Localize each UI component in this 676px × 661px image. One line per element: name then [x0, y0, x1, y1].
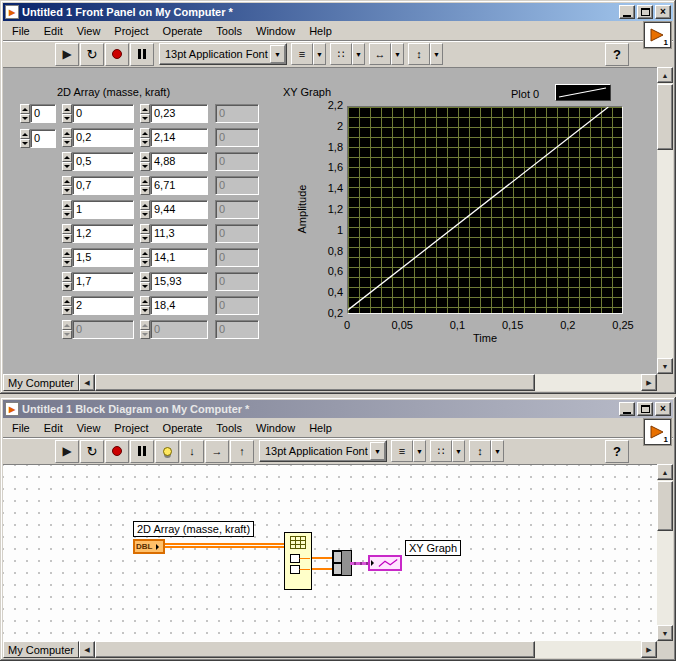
menu-window[interactable]: Window	[249, 23, 302, 39]
scroll-down-button[interactable]: ▼	[657, 358, 673, 374]
font-selector[interactable]: 13pt Application Font ▼	[159, 43, 287, 65]
target-tab[interactable]: My Computer	[3, 641, 79, 658]
menu-help[interactable]: Help	[302, 420, 339, 436]
array-label[interactable]: 2D Array (masse, kraft)	[57, 86, 170, 98]
bundle-node[interactable]	[332, 550, 352, 576]
menu-help[interactable]: Help	[302, 23, 339, 39]
menu-operate[interactable]: Operate	[156, 23, 210, 39]
reorder-dropdown[interactable]: ↕▼	[469, 440, 504, 462]
menu-edit[interactable]: Edit	[37, 23, 70, 39]
menu-project[interactable]: Project	[107, 23, 155, 39]
array-cell[interactable]: 0,7	[72, 176, 134, 195]
scroll-up-button[interactable]: ▲	[657, 67, 673, 83]
numeric-spinner[interactable]	[140, 272, 150, 291]
step-out-button[interactable]: ↑	[230, 440, 254, 463]
reorder-dropdown[interactable]: ↕▼	[408, 43, 443, 65]
vertical-scrollbar[interactable]: ▲ ▼	[657, 464, 673, 641]
step-over-button[interactable]: →	[205, 440, 229, 463]
numeric-spinner[interactable]	[62, 200, 72, 219]
run-continuous-button[interactable]: ↻	[80, 43, 104, 66]
legend-line-sample[interactable]	[555, 84, 611, 101]
maximize-button[interactable]	[637, 5, 653, 19]
numeric-spinner[interactable]	[140, 104, 150, 123]
front-panel-titlebar[interactable]: ▶ Untitled 1 Front Panel on My Computer …	[3, 3, 673, 21]
array-cell[interactable]: 0,5	[72, 152, 134, 171]
legend-entry[interactable]: Plot 0	[511, 88, 539, 100]
font-selector[interactable]: 13pt Application Font ▼	[259, 440, 387, 462]
block-diagram-titlebar[interactable]: ▶ Untitled 1 Block Diagram on My Compute…	[3, 400, 673, 418]
menu-view[interactable]: View	[70, 420, 108, 436]
array-cell[interactable]: 0	[72, 104, 134, 123]
run-button[interactable]: ▶	[55, 43, 79, 66]
array-cell[interactable]: 9,44	[150, 200, 208, 219]
chevron-down-icon[interactable]: ▼	[352, 43, 365, 65]
menu-project[interactable]: Project	[107, 420, 155, 436]
close-button[interactable]: ×	[655, 402, 671, 416]
pause-button[interactable]	[130, 440, 154, 463]
horizontal-scrollbar[interactable]	[95, 641, 641, 658]
numeric-spinner[interactable]	[62, 152, 72, 171]
array-terminal-label[interactable]: 2D Array (masse, kraft)	[133, 521, 254, 537]
scroll-left-button[interactable]: ◀	[79, 641, 95, 658]
help-button[interactable]: ?	[605, 43, 629, 66]
array-cell[interactable]: 1,5	[72, 248, 134, 267]
numeric-spinner[interactable]	[62, 104, 72, 123]
array-cell[interactable]: 6,71	[150, 176, 208, 195]
numeric-spinner[interactable]	[62, 224, 72, 243]
chevron-down-icon[interactable]: ▼	[413, 440, 426, 462]
array-cell[interactable]: 14,1	[150, 248, 208, 267]
distribute-objects-dropdown[interactable]: ∷▼	[330, 43, 365, 65]
scroll-left-button[interactable]: ◀	[79, 374, 95, 391]
numeric-spinner[interactable]	[62, 296, 72, 315]
numeric-spinner[interactable]	[140, 296, 150, 315]
target-tab[interactable]: My Computer	[3, 374, 79, 391]
array-cell[interactable]: 2	[72, 296, 134, 315]
menu-edit[interactable]: Edit	[37, 420, 70, 436]
array-cell[interactable]: 18,4	[150, 296, 208, 315]
array-cell[interactable]: 15,93	[150, 272, 208, 291]
help-button[interactable]: ?	[605, 440, 629, 463]
chevron-down-icon[interactable]: ▼	[313, 43, 326, 65]
abort-button[interactable]	[105, 440, 129, 463]
close-button[interactable]: ×	[655, 5, 671, 19]
scrollbar-thumb[interactable]	[657, 481, 673, 531]
array-cell[interactable]: 0,2	[72, 128, 134, 147]
numeric-spinner[interactable]	[62, 176, 72, 195]
array-wire[interactable]	[165, 543, 288, 548]
scroll-right-button[interactable]: ▶	[641, 374, 657, 391]
highlight-execution-button[interactable]	[155, 440, 179, 463]
scroll-right-button[interactable]: ▶	[641, 641, 657, 658]
array-cell[interactable]: 1,7	[72, 272, 134, 291]
horizontal-scrollbar[interactable]	[95, 374, 641, 391]
chevron-down-icon[interactable]: ▼	[370, 442, 385, 460]
align-objects-dropdown[interactable]: ≡▼	[291, 43, 326, 65]
scrollbar-thumb[interactable]	[95, 374, 535, 391]
vertical-scrollbar[interactable]: ▲ ▼	[657, 67, 673, 374]
chevron-down-icon[interactable]: ▼	[270, 45, 285, 63]
numeric-spinner[interactable]	[140, 176, 150, 195]
scroll-up-button[interactable]: ▲	[657, 464, 673, 480]
abort-button[interactable]	[105, 43, 129, 66]
scroll-down-button[interactable]: ▼	[657, 625, 673, 641]
run-continuous-button[interactable]: ↻	[80, 440, 104, 463]
numeric-spinner[interactable]	[62, 248, 72, 267]
array-cell[interactable]: 1	[72, 200, 134, 219]
step-into-button[interactable]: ↓	[180, 440, 204, 463]
align-objects-dropdown[interactable]: ≡▼	[391, 440, 426, 462]
scrollbar-thumb[interactable]	[95, 641, 535, 658]
menu-window[interactable]: Window	[249, 420, 302, 436]
xy-graph-terminal-label[interactable]: XY Graph	[405, 540, 461, 556]
numeric-spinner[interactable]	[140, 152, 150, 171]
index-array-node[interactable]	[284, 532, 312, 592]
chevron-down-icon[interactable]: ▼	[491, 440, 504, 462]
maximize-button[interactable]	[637, 402, 653, 416]
array-cell[interactable]: 2,14	[150, 128, 208, 147]
cluster-wire[interactable]	[350, 562, 369, 565]
resize-objects-dropdown[interactable]: ↔▼	[369, 43, 404, 65]
distribute-objects-dropdown[interactable]: ∷▼	[430, 440, 465, 462]
numeric-spinner[interactable]	[140, 128, 150, 147]
numeric-spinner[interactable]	[140, 224, 150, 243]
numeric-spinner[interactable]	[140, 200, 150, 219]
xy-graph-plot-area[interactable]	[347, 106, 623, 314]
pause-button[interactable]	[130, 43, 154, 66]
